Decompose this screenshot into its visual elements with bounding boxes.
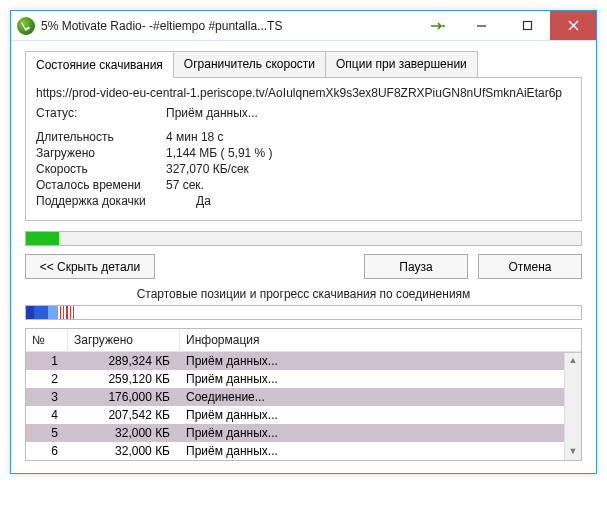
maximize-button[interactable] bbox=[504, 11, 550, 40]
tab-speed-limit[interactable]: Ограничитель скорости bbox=[174, 52, 326, 77]
status-value[interactable]: Приём данных... bbox=[166, 106, 258, 120]
segment bbox=[34, 306, 41, 319]
cell-number: 1 bbox=[26, 352, 68, 370]
connections-table: № Загружено Информация 1289,324 КБПриём … bbox=[25, 328, 582, 461]
cell-downloaded: 32,000 КБ bbox=[68, 442, 180, 460]
table-row[interactable]: 632,000 КБПриём данных... bbox=[26, 442, 581, 460]
titlebar[interactable]: 5% Motivate Radio- -#eltiempo #puntalla.… bbox=[11, 11, 596, 41]
minimize-button[interactable] bbox=[458, 11, 504, 40]
tab-bar: Состояние скачивания Ограничитель скорос… bbox=[25, 51, 478, 77]
overall-progress-fill bbox=[26, 232, 59, 245]
segment bbox=[41, 306, 48, 319]
status-row: Статус: Приём данных... bbox=[36, 106, 571, 120]
overall-progress-bar bbox=[25, 231, 582, 246]
remaining-value: 57 сек. bbox=[166, 178, 204, 192]
close-button[interactable] bbox=[550, 11, 596, 40]
body: Состояние скачивания Ограничитель скорос… bbox=[11, 41, 596, 473]
table-row[interactable]: 532,000 КБПриём данных... bbox=[26, 424, 581, 442]
cell-info: Приём данных... bbox=[180, 352, 581, 370]
segment bbox=[48, 306, 58, 319]
speed-value: 327,070 КБ/сек bbox=[166, 162, 249, 176]
svg-point-0 bbox=[442, 24, 444, 26]
cell-info: Приём данных... bbox=[180, 442, 581, 460]
resume-label: Поддержка докачки bbox=[36, 194, 196, 208]
window-controls bbox=[418, 11, 596, 40]
remaining-label: Осталось времени bbox=[36, 178, 166, 192]
col-number[interactable]: № bbox=[26, 329, 68, 351]
download-url: https://prod-video-eu-central-1.periscop… bbox=[36, 86, 571, 100]
cell-downloaded: 207,542 КБ bbox=[68, 406, 180, 424]
app-icon bbox=[17, 17, 35, 35]
table-row[interactable]: 1289,324 КБПриём данных... bbox=[26, 352, 581, 370]
cell-number: 4 bbox=[26, 406, 68, 424]
cell-number: 3 bbox=[26, 388, 68, 406]
table-body: 1289,324 КБПриём данных...2259,120 КБПри… bbox=[26, 352, 581, 460]
tab-on-complete[interactable]: Опции при завершении bbox=[326, 52, 477, 77]
svg-rect-2 bbox=[523, 22, 531, 30]
table-row[interactable]: 4207,542 КБПриём данных... bbox=[26, 406, 581, 424]
downloaded-value: 1,144 МБ ( 5,91 % ) bbox=[166, 146, 273, 160]
cancel-button[interactable]: Отмена bbox=[478, 254, 582, 279]
segment bbox=[26, 306, 34, 319]
downloaded-label: Загружено bbox=[36, 146, 166, 160]
scroll-up-icon[interactable]: ▲ bbox=[569, 353, 578, 369]
duration-label: Длительность bbox=[36, 130, 166, 144]
button-row: << Скрыть детали Пауза Отмена bbox=[25, 254, 582, 279]
pause-button[interactable]: Пауза bbox=[364, 254, 468, 279]
cell-downloaded: 259,120 КБ bbox=[68, 370, 180, 388]
scroll-down-icon[interactable]: ▼ bbox=[569, 444, 578, 460]
cell-info: Приём данных... bbox=[180, 370, 581, 388]
cell-number: 5 bbox=[26, 424, 68, 442]
cell-number: 2 bbox=[26, 370, 68, 388]
status-label: Статус: bbox=[36, 106, 166, 120]
scrollbar[interactable]: ▲ ▼ bbox=[564, 353, 581, 460]
table-row[interactable]: 2259,120 КБПриём данных... bbox=[26, 370, 581, 388]
cell-downloaded: 289,324 КБ bbox=[68, 352, 180, 370]
cell-info: Приём данных... bbox=[180, 406, 581, 424]
resume-value: Да bbox=[196, 194, 211, 208]
cell-downloaded: 176,000 КБ bbox=[68, 388, 180, 406]
table-header: № Загружено Информация bbox=[26, 329, 581, 352]
duration-value: 4 мин 18 с bbox=[166, 130, 224, 144]
col-info[interactable]: Информация bbox=[180, 329, 581, 351]
tab-status[interactable]: Состояние скачивания bbox=[26, 53, 174, 78]
cell-downloaded: 32,000 КБ bbox=[68, 424, 180, 442]
table-row[interactable]: 3176,000 КБСоединение... bbox=[26, 388, 581, 406]
connections-segment-bar bbox=[25, 305, 582, 320]
connections-caption: Стартовые позиции и прогресс скачивания … bbox=[25, 287, 582, 301]
segment bbox=[74, 306, 581, 319]
cell-number: 6 bbox=[26, 442, 68, 460]
pin-icon[interactable] bbox=[418, 11, 458, 40]
col-downloaded[interactable]: Загружено bbox=[68, 329, 180, 351]
cell-info: Приём данных... bbox=[180, 424, 581, 442]
download-window: 5% Motivate Radio- -#eltiempo #puntalla.… bbox=[10, 10, 597, 474]
cell-info: Соединение... bbox=[180, 388, 581, 406]
status-panel: https://prod-video-eu-central-1.periscop… bbox=[25, 77, 582, 221]
window-title: 5% Motivate Radio- -#eltiempo #puntalla.… bbox=[41, 19, 418, 33]
speed-label: Скорость bbox=[36, 162, 166, 176]
hide-details-button[interactable]: << Скрыть детали bbox=[25, 254, 155, 279]
